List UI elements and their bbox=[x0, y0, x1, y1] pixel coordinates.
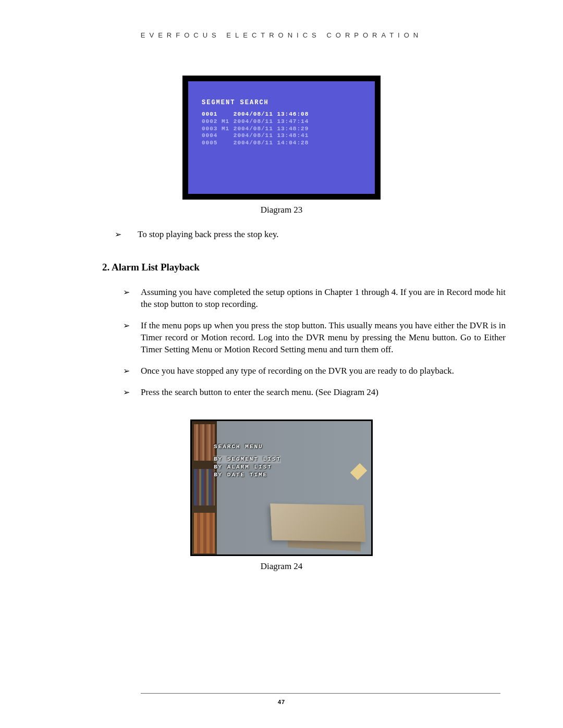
bullet-text: If the menu pops up when you press the s… bbox=[141, 320, 506, 356]
section-heading: 2. Alarm List Playback bbox=[102, 262, 506, 273]
bullet-text: Once you have stopped any type of record… bbox=[141, 365, 454, 377]
manual-page: EVERFOCUS ELECTRONICS CORPORATION SEGMEN… bbox=[0, 0, 563, 728]
diagram-23-wrap: SEGMENT SEARCH 0001 2004/08/11 13:46:080… bbox=[57, 76, 506, 215]
segment-row: 0002 M1 2004/08/11 13:47:14 bbox=[202, 118, 361, 126]
diagram-24-wrap: SEARCH MENU BY SEGMENT LIST BY ALARM LIS… bbox=[57, 419, 506, 572]
cardboard-box bbox=[270, 503, 365, 541]
books bbox=[194, 469, 215, 505]
list-item: ➢Once you have stopped any type of recor… bbox=[123, 365, 506, 377]
bullet-text: Assuming you have completed the setup op… bbox=[141, 287, 506, 311]
arrow-icon: ➢ bbox=[123, 287, 138, 298]
search-menu-osd: SEARCH MENU BY SEGMENT LIST BY ALARM LIS… bbox=[214, 443, 281, 479]
diagram-23: SEGMENT SEARCH 0001 2004/08/11 13:46:080… bbox=[182, 76, 381, 200]
books bbox=[194, 513, 215, 553]
footer-divider bbox=[141, 693, 500, 694]
menu-option: BY ALARM LIST bbox=[214, 463, 281, 471]
search-menu-title: SEARCH MENU bbox=[214, 443, 281, 451]
menu-option: BY DATE TIME bbox=[214, 471, 281, 479]
segment-search-title: SEGMENT SEARCH bbox=[202, 99, 361, 107]
segment-search-screen: SEGMENT SEARCH 0001 2004/08/11 13:46:080… bbox=[188, 81, 375, 194]
list-item: ➢Press the search button to enter the se… bbox=[123, 387, 506, 399]
diagram-24-caption: Diagram 24 bbox=[57, 561, 506, 572]
arrow-icon: ➢ bbox=[123, 365, 138, 377]
menu-option: BY SEGMENT LIST bbox=[214, 455, 281, 463]
list-item: ➢If the menu pops up when you press the … bbox=[123, 320, 506, 356]
segment-row: 0001 2004/08/11 13:46:08 bbox=[202, 111, 361, 118]
bullet-text: To stop playing back press the stop key. bbox=[138, 229, 279, 241]
list-item: ➢Assuming you have completed the setup o… bbox=[123, 287, 506, 311]
arrow-icon: ➢ bbox=[123, 320, 138, 331]
page-header: EVERFOCUS ELECTRONICS CORPORATION bbox=[57, 31, 506, 39]
bullet-list-section: ➢Assuming you have completed the setup o… bbox=[123, 287, 506, 399]
arrow-icon: ➢ bbox=[123, 387, 138, 398]
segment-row: 0003 M1 2004/08/11 13:48:29 bbox=[202, 126, 361, 133]
books bbox=[194, 424, 215, 461]
arrow-icon: ➢ bbox=[115, 229, 134, 240]
list-item: ➢ To stop playing back press the stop ke… bbox=[115, 229, 506, 241]
bullet-list-top: ➢ To stop playing back press the stop ke… bbox=[57, 229, 506, 241]
diagram-24: SEARCH MENU BY SEGMENT LIST BY ALARM LIS… bbox=[190, 419, 373, 556]
bullet-text: Press the search button to enter the sea… bbox=[141, 387, 378, 399]
segment-row: 0005 2004/08/11 14:04:28 bbox=[202, 140, 361, 147]
diagram-23-caption: Diagram 23 bbox=[57, 205, 506, 215]
segment-row: 0004 2004/08/11 13:48:41 bbox=[202, 132, 361, 140]
page-number: 47 bbox=[0, 699, 563, 705]
